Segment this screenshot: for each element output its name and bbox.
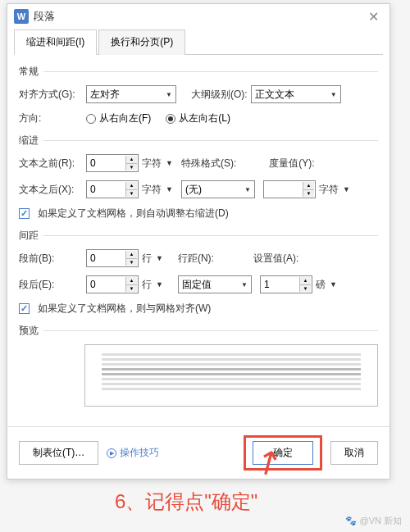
indent-grid-label: 如果定义了文档网格，则自动调整右缩进(D) [38,207,229,221]
spin-down-icon[interactable]: ▼ [125,164,137,171]
radio-ltr[interactable]: 从左向右(L) [166,111,230,125]
section-spacing: 间距 [19,229,378,243]
text-after-input[interactable]: 0▲▼ [86,180,139,198]
align-label: 对齐方式(G): [19,88,83,102]
spin-down-icon[interactable]: ▼ [125,285,137,293]
section-indent: 缩进 [19,134,378,148]
spin-up-icon[interactable]: ▲ [125,182,137,190]
space-before-label: 段前(B): [19,252,83,266]
tab-bar: 缩进和间距(I) 换行和分页(P) [14,29,383,55]
space-after-input[interactable]: 0▲▼ [86,275,139,293]
setvalue-input[interactable]: 1▲▼ [260,275,312,293]
spin-down-icon[interactable]: ▼ [299,285,311,293]
play-icon: ▶ [107,448,116,458]
measure-input[interactable]: ▲▼ [263,180,316,198]
tabstops-button[interactable]: 制表位(T)… [19,441,98,465]
setvalue-label: 设置值(A): [253,252,298,266]
watermark: 🐾 @VN 新知 [345,515,402,527]
spin-up-icon[interactable]: ▲ [125,156,137,164]
word-icon: W [14,9,29,24]
unit-line: 行 [142,252,152,266]
spin-up-icon[interactable]: ▲ [125,251,137,259]
tab-line-page[interactable]: 换行和分页(P) [98,30,185,55]
chevron-down-icon[interactable]: ▼ [156,280,163,289]
close-icon[interactable]: ✕ [363,7,383,26]
annotation-text: 6、记得点"确定" [115,489,257,515]
spacing-grid-label: 如果定义了文档网格，则与网格对齐(W) [38,302,211,316]
radio-rtl[interactable]: 从右向左(F) [86,111,151,125]
chevron-down-icon[interactable]: ▼ [156,254,163,262]
unit-pt: 磅 [316,278,326,292]
section-general: 常规 [19,65,378,79]
preview-area [84,344,378,407]
tips-link[interactable]: ▶操作技巧 [107,446,159,460]
spin-down-icon[interactable]: ▼ [125,190,137,198]
unit-line: 行 [142,278,152,292]
unit-char: 字符 [142,157,162,171]
chevron-down-icon[interactable]: ▼ [330,280,337,289]
tab-indent-spacing[interactable]: 缩进和间距(I) [14,30,97,55]
cancel-button[interactable]: 取消 [330,441,378,465]
special-select[interactable]: (无) [181,180,255,198]
spin-up-icon[interactable]: ▲ [299,277,311,285]
spin-up-icon[interactable]: ▲ [303,182,314,190]
chevron-down-icon[interactable]: ▼ [343,185,350,193]
unit-char: 字符 [319,183,339,197]
space-before-input[interactable]: 0▲▼ [86,249,139,267]
space-after-label: 段后(E): [19,278,83,292]
text-before-input[interactable]: 0▲▼ [86,154,139,172]
paragraph-dialog: W 段落 ✕ 缩进和间距(I) 换行和分页(P) 常规 对齐方式(G): 左对齐… [7,3,390,480]
spacing-grid-checkbox[interactable] [19,303,30,314]
chevron-down-icon[interactable]: ▼ [166,159,173,167]
text-before-label: 文本之前(R): [19,157,83,171]
indent-grid-checkbox[interactable] [19,208,30,219]
spin-down-icon[interactable]: ▼ [125,259,137,266]
special-label: 特殊格式(S): [181,157,236,171]
text-after-label: 文本之后(X): [19,183,83,197]
chevron-down-icon[interactable]: ▼ [166,185,173,193]
spin-down-icon[interactable]: ▼ [303,190,314,198]
linespace-select[interactable]: 固定值 [178,275,252,293]
spin-up-icon[interactable]: ▲ [125,277,137,285]
outline-select[interactable]: 正文文本 [251,85,341,103]
direction-label: 方向: [19,111,83,125]
align-select[interactable]: 左对齐 [86,85,176,103]
unit-char: 字符 [142,183,162,197]
section-preview: 预览 [19,324,378,338]
outline-label: 大纲级别(O): [191,88,248,102]
dialog-title: 段落 [34,9,363,24]
linespace-label: 行距(N): [178,252,214,266]
measure-label: 度量值(Y): [269,157,314,171]
dialog-footer: 制表位(T)… ▶操作技巧 确定 取消 [7,426,390,479]
titlebar: W 段落 ✕ [7,4,390,29]
